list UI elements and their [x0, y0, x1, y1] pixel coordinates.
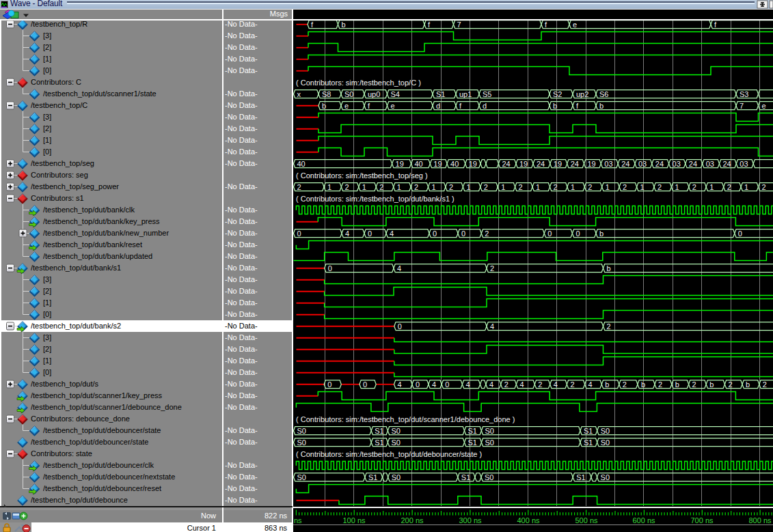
svg-text:2: 2	[379, 183, 383, 191]
svg-text:b: b	[599, 102, 604, 110]
svg-text:0: 0	[738, 229, 742, 238]
svg-text:19: 19	[469, 160, 477, 168]
svg-text:S1: S1	[468, 427, 477, 435]
svg-text:40: 40	[450, 160, 459, 168]
svg-text:S0: S0	[485, 427, 493, 435]
svg-text:500 ns: 500 ns	[575, 516, 598, 524]
svg-text:b: b	[607, 264, 611, 272]
svg-text:4: 4	[490, 322, 494, 331]
svg-text:4: 4	[432, 380, 436, 389]
svg-text:S1: S1	[461, 473, 470, 481]
svg-text:2: 2	[728, 380, 732, 389]
svg-text:24: 24	[655, 160, 664, 168]
svg-text:19: 19	[588, 160, 596, 168]
svg-text:S6: S6	[599, 90, 608, 98]
svg-text:d: d	[436, 102, 440, 110]
svg-text:4: 4	[398, 380, 402, 389]
svg-text:S1: S1	[584, 427, 593, 435]
svg-text:up1: up1	[459, 90, 472, 98]
svg-text:4: 4	[554, 380, 558, 389]
svg-text:e: e	[391, 102, 395, 110]
svg-text:2: 2	[344, 183, 349, 191]
svg-text:1: 1	[744, 183, 748, 191]
svg-text:0: 0	[328, 264, 332, 272]
svg-text:e: e	[573, 20, 577, 29]
svg-text:0: 0	[297, 229, 301, 238]
svg-text:b: b	[605, 380, 609, 389]
svg-text:b: b	[342, 20, 346, 29]
svg-text:100 ns: 100 ns	[342, 516, 366, 524]
svg-text:19: 19	[396, 160, 404, 168]
svg-text:03: 03	[604, 160, 612, 168]
svg-text:S4: S4	[391, 90, 400, 98]
svg-text:40: 40	[415, 160, 423, 168]
svg-text:2: 2	[570, 380, 574, 389]
svg-text:b: b	[641, 380, 645, 389]
svg-text:b: b	[709, 380, 714, 389]
svg-text:b: b	[322, 102, 326, 110]
svg-text:2: 2	[692, 380, 696, 389]
svg-text:1: 1	[327, 183, 331, 191]
svg-text:03: 03	[638, 160, 647, 168]
svg-text:700 ns: 700 ns	[690, 516, 714, 524]
svg-text:24: 24	[723, 160, 731, 168]
svg-text:2: 2	[762, 183, 766, 191]
svg-text:S0: S0	[391, 438, 400, 447]
svg-text:S0: S0	[485, 473, 493, 481]
svg-text:( Contributors: sim:/testbench: ( Contributors: sim:/testbench_top/dut/d…	[296, 450, 482, 458]
svg-text:2: 2	[657, 183, 662, 191]
svg-text:4: 4	[465, 380, 470, 389]
svg-text:2: 2	[414, 183, 418, 191]
svg-text:2: 2	[623, 380, 627, 389]
svg-text:1: 1	[675, 183, 679, 191]
svg-text:1: 1	[606, 183, 610, 191]
svg-text:1: 1	[362, 183, 366, 191]
svg-text:2: 2	[449, 183, 453, 191]
svg-text:2: 2	[658, 380, 662, 389]
svg-text:S1: S1	[368, 473, 377, 481]
svg-text:0: 0	[433, 229, 437, 238]
svg-text:b: b	[599, 229, 604, 238]
svg-text:03: 03	[673, 160, 681, 168]
svg-text:0: 0	[327, 380, 331, 389]
svg-text:600 ns: 600 ns	[632, 516, 655, 524]
svg-text:S0: S0	[601, 427, 610, 435]
svg-text:03: 03	[706, 160, 714, 168]
svg-text:( Contributors: sim:/testbench: ( Contributors: sim:/testbench_top/dut/b…	[296, 195, 455, 203]
svg-text:2: 2	[623, 183, 627, 191]
svg-text:f: f	[428, 20, 431, 29]
svg-text:S0: S0	[485, 438, 493, 447]
svg-text:d: d	[483, 102, 487, 110]
svg-text:( Contributors: sim:/testbench: ( Contributors: sim:/testbench_top/C )	[296, 79, 421, 87]
svg-text:03: 03	[740, 160, 748, 168]
svg-text:400 ns: 400 ns	[517, 516, 540, 524]
svg-text:S0: S0	[297, 438, 306, 447]
svg-text:1: 1	[466, 183, 470, 191]
svg-text:S8: S8	[322, 90, 331, 98]
svg-text:2: 2	[484, 183, 488, 191]
svg-text:f: f	[368, 102, 370, 110]
svg-text:e: e	[762, 102, 766, 110]
svg-text:ns: ns	[294, 516, 302, 524]
svg-text:f: f	[714, 20, 717, 29]
svg-text:0: 0	[368, 229, 372, 238]
svg-text:f: f	[459, 102, 462, 110]
svg-text:f: f	[576, 102, 579, 110]
svg-text:0: 0	[363, 380, 367, 389]
svg-text:1: 1	[709, 183, 714, 191]
svg-text:S1: S1	[584, 438, 593, 447]
svg-text:2: 2	[297, 183, 301, 191]
svg-text:S3: S3	[740, 90, 748, 98]
svg-text:300 ns: 300 ns	[459, 516, 482, 524]
svg-text:e: e	[344, 102, 349, 110]
svg-text:up0: up0	[368, 90, 380, 98]
svg-text:1: 1	[397, 183, 401, 191]
svg-text:4: 4	[489, 380, 493, 389]
svg-text:S0: S0	[392, 473, 401, 481]
svg-text:b: b	[553, 102, 557, 110]
svg-text:1: 1	[432, 183, 436, 191]
svg-text:24: 24	[502, 160, 510, 168]
svg-text:f: f	[545, 20, 547, 29]
svg-text:4: 4	[345, 229, 349, 238]
svg-text:f: f	[311, 20, 314, 29]
